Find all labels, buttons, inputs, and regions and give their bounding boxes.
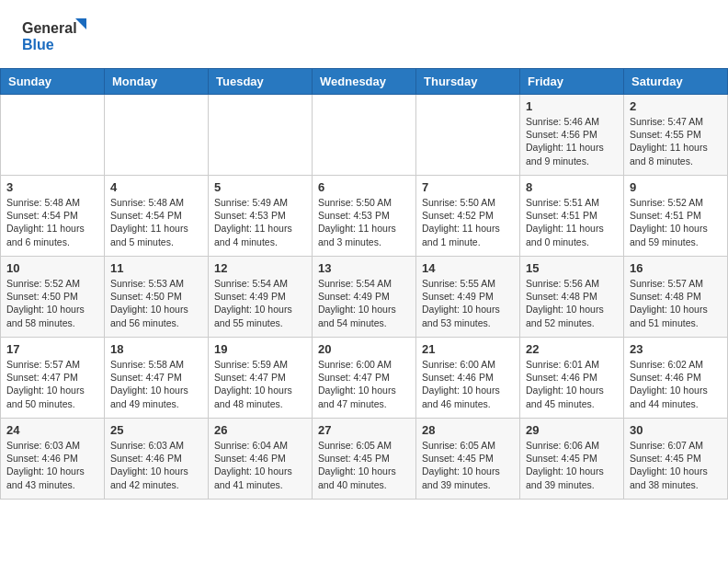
calendar-cell: 21Sunrise: 6:00 AMSunset: 4:46 PMDayligh…: [416, 338, 520, 419]
day-number: 27: [318, 423, 410, 437]
day-info-line: Sunset: 4:52 PM: [422, 209, 514, 222]
day-info-line: Sunrise: 6:03 AM: [6, 439, 98, 452]
day-number: 23: [630, 342, 722, 356]
day-number: 12: [214, 261, 306, 275]
calendar-cell: [313, 95, 416, 176]
calendar-cell: 24Sunrise: 6:03 AMSunset: 4:46 PMDayligh…: [1, 419, 105, 500]
day-info-line: Daylight: 11 hours and 6 minutes.: [6, 222, 98, 247]
calendar-cell: 14Sunrise: 5:55 AMSunset: 4:49 PMDayligh…: [416, 257, 520, 338]
day-info-line: Sunrise: 5:48 AM: [110, 196, 202, 209]
calendar-week-row: 1Sunrise: 5:46 AMSunset: 4:56 PMDaylight…: [1, 95, 728, 176]
day-info-line: Sunrise: 5:57 AM: [630, 277, 722, 290]
day-info-line: Sunrise: 5:56 AM: [526, 277, 618, 290]
day-info-line: Sunset: 4:48 PM: [630, 290, 722, 303]
calendar-cell: 9Sunrise: 5:52 AMSunset: 4:51 PMDaylight…: [624, 176, 728, 257]
day-info-line: Sunset: 4:46 PM: [526, 371, 618, 384]
day-info-line: Sunset: 4:46 PM: [214, 452, 306, 465]
calendar-cell: 2Sunrise: 5:47 AMSunset: 4:55 PMDaylight…: [624, 95, 728, 176]
day-info-line: Sunrise: 6:00 AM: [422, 358, 514, 371]
day-info-line: Daylight: 10 hours and 48 minutes.: [214, 384, 306, 409]
calendar-cell: 17Sunrise: 5:57 AMSunset: 4:47 PMDayligh…: [1, 338, 105, 419]
calendar-cell: 1Sunrise: 5:46 AMSunset: 4:56 PMDaylight…: [520, 95, 624, 176]
day-info-line: Sunrise: 5:54 AM: [214, 277, 306, 290]
day-info-line: Sunrise: 5:50 AM: [318, 196, 410, 209]
day-info-line: Sunrise: 5:47 AM: [630, 115, 722, 128]
day-info-line: Daylight: 10 hours and 41 minutes.: [214, 465, 306, 490]
day-of-week-header: Thursday: [416, 69, 520, 95]
day-number: 29: [526, 423, 618, 437]
day-number: 15: [526, 261, 618, 275]
day-info-line: Sunrise: 6:06 AM: [526, 439, 618, 452]
day-info-line: Daylight: 11 hours and 8 minutes.: [630, 141, 722, 167]
day-info-line: Sunset: 4:46 PM: [422, 371, 514, 384]
day-number: 28: [422, 423, 514, 437]
day-info-line: Sunrise: 5:53 AM: [110, 277, 202, 290]
calendar-cell: 8Sunrise: 5:51 AMSunset: 4:51 PMDaylight…: [520, 176, 624, 257]
day-info-line: Sunset: 4:49 PM: [422, 290, 514, 303]
calendar-cell: 23Sunrise: 6:02 AMSunset: 4:46 PMDayligh…: [624, 338, 728, 419]
day-number: 30: [630, 423, 722, 437]
day-number: 16: [630, 261, 722, 275]
day-number: 4: [110, 180, 202, 194]
day-of-week-header: Tuesday: [209, 69, 313, 95]
day-info-line: Daylight: 10 hours and 59 minutes.: [630, 222, 722, 247]
logo-svg: GeneralBlue: [22, 17, 86, 55]
day-info-line: Sunrise: 6:02 AM: [630, 358, 722, 371]
day-of-week-header: Saturday: [624, 69, 728, 95]
day-info-line: Sunrise: 6:03 AM: [110, 439, 202, 452]
day-info-line: Sunset: 4:54 PM: [110, 209, 202, 222]
calendar-week-row: 24Sunrise: 6:03 AMSunset: 4:46 PMDayligh…: [1, 419, 728, 500]
calendar-cell: 25Sunrise: 6:03 AMSunset: 4:46 PMDayligh…: [105, 419, 209, 500]
day-of-week-header: Friday: [520, 69, 624, 95]
day-info-line: Daylight: 10 hours and 44 minutes.: [630, 384, 722, 409]
svg-text:Blue: Blue: [22, 37, 54, 52]
day-info-line: Daylight: 10 hours and 39 minutes.: [422, 465, 514, 490]
day-info-line: Daylight: 10 hours and 56 minutes.: [110, 303, 202, 328]
day-info-line: Sunrise: 5:46 AM: [526, 115, 618, 128]
day-number: 13: [318, 261, 410, 275]
svg-marker-2: [75, 18, 86, 29]
day-info-line: Daylight: 10 hours and 39 minutes.: [526, 465, 618, 490]
day-info-line: Daylight: 10 hours and 55 minutes.: [214, 303, 306, 328]
day-info-line: Daylight: 11 hours and 9 minutes.: [526, 141, 618, 167]
day-of-week-header: Sunday: [1, 69, 105, 95]
day-info-line: Sunrise: 6:05 AM: [422, 439, 514, 452]
day-info-line: Sunset: 4:45 PM: [630, 452, 722, 465]
calendar-cell: 16Sunrise: 5:57 AMSunset: 4:48 PMDayligh…: [624, 257, 728, 338]
day-info-line: Daylight: 10 hours and 51 minutes.: [630, 303, 722, 328]
day-info-line: Sunrise: 6:05 AM: [318, 439, 410, 452]
calendar-week-row: 3Sunrise: 5:48 AMSunset: 4:54 PMDaylight…: [1, 176, 728, 257]
day-info-line: Sunset: 4:50 PM: [110, 290, 202, 303]
day-number: 5: [214, 180, 306, 194]
day-info-line: Sunset: 4:50 PM: [6, 290, 98, 303]
day-number: 2: [630, 99, 722, 113]
day-number: 17: [6, 342, 98, 356]
day-of-week-header: Wednesday: [313, 69, 416, 95]
day-info-line: Sunrise: 5:59 AM: [214, 358, 306, 371]
day-info-line: Daylight: 10 hours and 40 minutes.: [318, 465, 410, 490]
day-of-week-header: Monday: [105, 69, 209, 95]
day-info-line: Sunset: 4:46 PM: [110, 452, 202, 465]
calendar-cell: 10Sunrise: 5:52 AMSunset: 4:50 PMDayligh…: [1, 257, 105, 338]
day-number: 1: [526, 99, 618, 113]
day-number: 25: [110, 423, 202, 437]
day-info-line: Daylight: 11 hours and 4 minutes.: [214, 222, 306, 247]
calendar-week-row: 17Sunrise: 5:57 AMSunset: 4:47 PMDayligh…: [1, 338, 728, 419]
day-info-line: Sunset: 4:55 PM: [630, 128, 722, 141]
day-info-line: Daylight: 10 hours and 53 minutes.: [422, 303, 514, 328]
day-info-line: Sunset: 4:45 PM: [526, 452, 618, 465]
svg-text:General: General: [22, 20, 77, 36]
day-info-line: Sunset: 4:56 PM: [526, 128, 618, 141]
calendar-cell: 18Sunrise: 5:58 AMSunset: 4:47 PMDayligh…: [105, 338, 209, 419]
day-info-line: Sunset: 4:48 PM: [526, 290, 618, 303]
day-info-line: Daylight: 10 hours and 58 minutes.: [6, 303, 98, 328]
calendar-cell: 28Sunrise: 6:05 AMSunset: 4:45 PMDayligh…: [416, 419, 520, 500]
day-info-line: Sunrise: 5:52 AM: [6, 277, 98, 290]
day-info-line: Daylight: 10 hours and 52 minutes.: [526, 303, 618, 328]
day-info-line: Daylight: 11 hours and 5 minutes.: [110, 222, 202, 247]
logo: GeneralBlue: [22, 17, 86, 55]
calendar-cell: 5Sunrise: 5:49 AMSunset: 4:53 PMDaylight…: [209, 176, 313, 257]
day-info-line: Daylight: 10 hours and 49 minutes.: [110, 384, 202, 409]
day-info-line: Sunrise: 5:50 AM: [422, 196, 514, 209]
day-number: 19: [214, 342, 306, 356]
